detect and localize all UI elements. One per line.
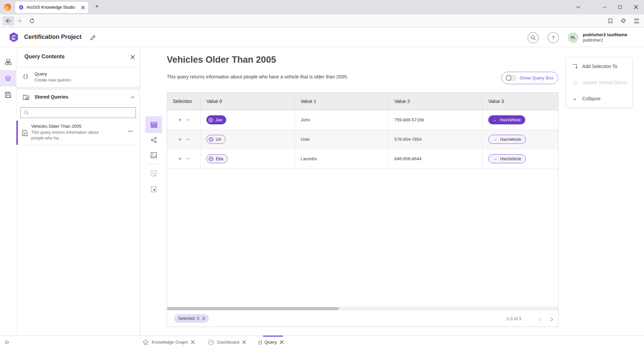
menu-hamburger-icon[interactable] <box>634 19 639 23</box>
remove-from-selection-button[interactable]: − <box>186 136 189 142</box>
menu-item-update-stored-query[interactable]: { } Update Stored Query <box>566 74 632 91</box>
arrow-right-icon: → <box>493 137 497 142</box>
results-table: Selection Value 0 Value 1 Value 2 Value … <box>167 92 558 327</box>
window-minimize-button[interactable] <box>603 7 606 7</box>
stored-queries-title: Stored Queries <box>35 94 68 100</box>
tab-query[interactable]: { } Query <box>258 336 284 348</box>
tab-knowledge-graph[interactable]: Knowledge Graph <box>143 336 195 348</box>
back-button[interactable] <box>6 18 11 23</box>
query-contents-panel: Query Contents { } Query Create new quer… <box>16 47 140 336</box>
relationship-pill[interactable]: →HasVehicle <box>488 135 526 144</box>
search-icon <box>531 35 536 40</box>
map-icon <box>151 152 157 158</box>
col-header-value0: Value 0 <box>201 93 295 110</box>
rail-item-data-model[interactable] <box>0 54 16 70</box>
remove-from-selection-button[interactable]: − <box>186 156 189 162</box>
menu-item-add-selection-to[interactable]: Add Selection To <box>566 58 632 74</box>
query-item[interactable]: { } Query Create new queries <box>16 67 140 87</box>
tool-map[interactable] <box>145 147 162 164</box>
add-selection-icon <box>572 64 578 69</box>
show-query-box-label: Show Query Box <box>519 75 553 80</box>
tab-label: Knowledge Graph <box>152 340 188 345</box>
col-header-value3: Value 3 <box>483 93 558 110</box>
entity-dot-icon <box>209 137 213 142</box>
page-description: This query returns information about peo… <box>167 74 348 79</box>
stored-queries-search[interactable] <box>20 107 136 118</box>
expand-panel-icon[interactable] <box>5 340 9 344</box>
forward-button[interactable] <box>16 18 22 23</box>
table-row: + − Etta Lauretta 846-956-8644 →HasVehic… <box>167 149 558 169</box>
menu-item-collapse[interactable]: » Collapse <box>566 91 632 107</box>
stored-item-title: Vehicles Older Than 2005 <box>31 124 81 129</box>
document-icon <box>22 130 28 136</box>
tab-close-icon[interactable] <box>191 340 195 344</box>
entity-pill[interactable]: Joe <box>206 115 226 124</box>
tool-selection[interactable] <box>145 181 162 198</box>
rail-item-contents[interactable] <box>0 70 16 86</box>
add-to-selection-button[interactable]: + <box>178 117 181 123</box>
project-title: Certification Project <box>24 34 82 41</box>
clear-selection-icon[interactable] <box>202 317 205 320</box>
pocket-save-icon[interactable] <box>608 18 613 23</box>
edit-pencil-icon[interactable] <box>90 35 96 41</box>
stored-queries-header[interactable]: Stored Queries <box>16 90 140 105</box>
tab-close-icon[interactable] <box>280 340 284 344</box>
new-tab-button[interactable]: + <box>95 3 99 10</box>
tool-new-map-disabled[interactable] <box>145 165 162 182</box>
selection-dashed-icon <box>151 186 157 192</box>
collapse-chevrons-icon: » <box>572 96 578 102</box>
pagination-label: 1-3 of 3 <box>506 316 521 321</box>
show-query-box-toggle[interactable]: Show Query Box <box>501 72 558 84</box>
extensions-puzzle-icon[interactable] <box>621 18 626 23</box>
tab-title: ArcGIS Knowledge Studio <box>27 5 81 10</box>
page-previous-button[interactable] <box>539 317 542 322</box>
window-maximize-button[interactable] <box>618 5 622 9</box>
selected-count-chip[interactable]: Selected: 3 <box>174 314 209 323</box>
query-item-title: Query <box>35 71 47 76</box>
header-search-button[interactable] <box>528 32 539 43</box>
relationship-pill[interactable]: →HasVehicle <box>488 154 526 163</box>
table-row: + − Joe John 759-889-57168 →HasVehicle <box>167 110 558 130</box>
add-to-selection-button[interactable]: + <box>178 156 181 162</box>
window-close-button[interactable] <box>634 5 638 9</box>
help-button[interactable]: ? <box>548 32 559 43</box>
stored-item-desc2: people who ha... <box>31 135 62 141</box>
tab-close-icon[interactable] <box>242 340 246 344</box>
search-input[interactable] <box>31 110 133 115</box>
browser-tab[interactable]: ArcGIS Knowledge Studio <box>15 2 88 13</box>
tool-table-view[interactable] <box>145 116 162 133</box>
user-menu[interactable]: publisher2 lastName publisher2 <box>583 32 627 43</box>
panel-close-icon[interactable] <box>131 55 135 59</box>
entity-dot-icon <box>209 157 213 161</box>
browser-tab-bar: ArcGIS Knowledge Studio + <box>0 0 644 14</box>
tab-label: Query <box>264 340 277 345</box>
firefox-logo-icon[interactable] <box>4 4 11 11</box>
entity-pill[interactable]: Etta <box>206 154 228 163</box>
remove-from-selection-button[interactable]: − <box>186 117 189 123</box>
stored-query-item[interactable]: Vehicles Older Than 2005 This query retu… <box>16 121 140 145</box>
avatar[interactable]: PL <box>568 32 579 43</box>
user-subtitle: publisher2 <box>583 38 627 43</box>
entity-pill[interactable]: Uri <box>206 135 226 144</box>
query-item-subtitle: Create new queries <box>35 77 71 83</box>
save-icon <box>5 92 11 98</box>
help-icon: ? <box>552 35 554 41</box>
table-icon <box>151 122 157 128</box>
scrollbar-thumb[interactable] <box>167 307 339 310</box>
tab-dashboard[interactable]: Dashboard <box>208 336 246 348</box>
arrow-right-icon: → <box>493 118 497 122</box>
rail-item-save[interactable] <box>0 86 16 103</box>
page-next-button[interactable] <box>550 317 553 322</box>
tool-link-chart[interactable] <box>145 131 162 148</box>
relationship-pill[interactable]: →HasVehicle <box>488 115 525 124</box>
chevron-up-icon[interactable] <box>131 96 135 99</box>
item-options-button[interactable]: ••• <box>128 129 133 133</box>
add-to-selection-button[interactable]: + <box>178 136 181 142</box>
reload-button[interactable] <box>30 18 35 23</box>
arrow-right-icon: → <box>493 157 497 161</box>
list-tabs-icon[interactable] <box>576 6 580 9</box>
tab-close-icon[interactable] <box>81 6 85 9</box>
browser-nav-bar: https://dev0028833.esri.com/portal/apps/… <box>0 14 644 27</box>
horizontal-scrollbar[interactable] <box>167 307 558 310</box>
table-footer: Selected: 3 1-3 of 3 <box>167 310 558 327</box>
